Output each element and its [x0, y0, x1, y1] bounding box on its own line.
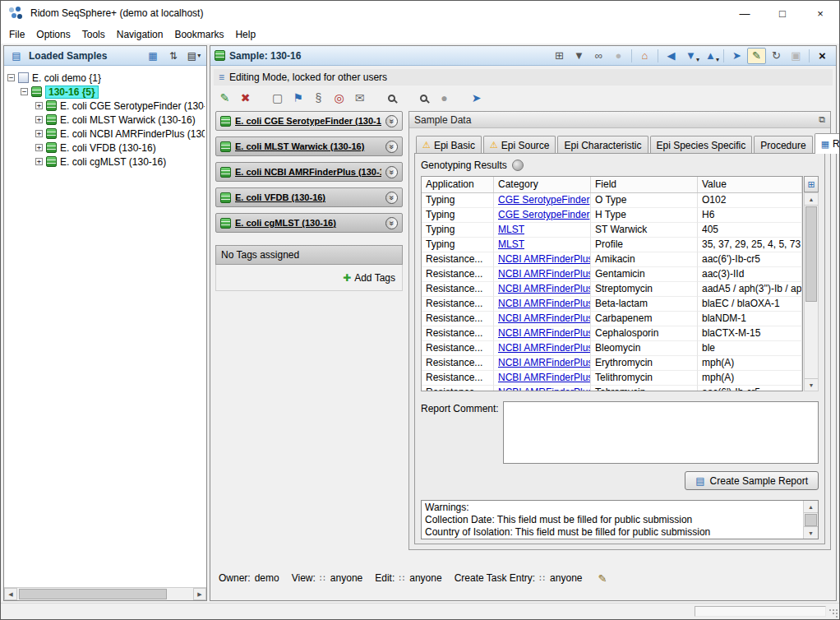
tab-procedure[interactable]: Procedure: [754, 136, 812, 154]
maximize-button[interactable]: □: [764, 1, 801, 25]
chevron-down-icon[interactable]: »: [385, 141, 398, 153]
menu-item[interactable]: Tools: [76, 27, 111, 42]
category-link[interactable]: NCBI AMRFinderPlus: [498, 312, 591, 324]
table-row[interactable]: Resistance... NCBI AMRFinderPlus Tobramy…: [422, 386, 802, 391]
close-button[interactable]: ×: [801, 1, 839, 25]
scroll-down-icon[interactable]: ▼: [805, 378, 818, 391]
create-sample-report-button[interactable]: ▤ Create Sample Report: [685, 471, 819, 490]
analysis-section-header[interactable]: E. coli cgMLST (130-16) »: [215, 213, 403, 233]
float-panel-icon[interactable]: ⧉: [819, 114, 825, 125]
save-icon[interactable]: ▣: [787, 48, 805, 64]
category-link[interactable]: NCBI AMRFinderPlus: [498, 283, 591, 294]
report-comment-input[interactable]: [503, 401, 819, 464]
close-sample-icon[interactable]: ×: [813, 48, 832, 64]
category-link[interactable]: NCBI AMRFinderPlus: [498, 357, 591, 368]
horizontal-scrollbar[interactable]: ◀ ▶: [4, 587, 206, 600]
search-icon[interactable]: [415, 90, 432, 107]
previous-sample-icon[interactable]: ▲▾: [701, 48, 720, 64]
tree-node-sample-selected[interactable]: − 130-16 {5}: [7, 85, 205, 99]
column-header-category[interactable]: Category: [494, 177, 591, 192]
add-tags-button[interactable]: ✚ Add Tags: [343, 272, 395, 284]
scroll-right-icon[interactable]: ▶: [193, 588, 206, 600]
category-link[interactable]: CGE SerotypeFinder: [498, 209, 589, 220]
tab-epi-basic[interactable]: ⚠ Epi Basic: [416, 136, 482, 154]
table-row[interactable]: Resistance... NCBI AMRFinderPlus Bleomyc…: [422, 341, 802, 356]
table-row[interactable]: Resistance... NCBI AMRFinderPlus Gentami…: [422, 267, 802, 282]
filter-icon[interactable]: ▼: [570, 48, 588, 64]
expand-icon[interactable]: +: [35, 102, 43, 109]
table-row[interactable]: Resistance... NCBI AMRFinderPlus Carbape…: [422, 312, 802, 326]
tree-node-analysis[interactable]: + E. coli NCBI AMRFinderPlus (130-16): [7, 127, 205, 141]
table-row[interactable]: Typing MLST Profile 35, 37, 29, 25, 4, 5…: [422, 238, 802, 252]
collapse-icon[interactable]: −: [21, 88, 28, 95]
table-row[interactable]: Resistance... NCBI AMRFinderPlus Telithr…: [422, 371, 802, 386]
menu-item[interactable]: Navigation: [111, 27, 169, 42]
view-menu-icon[interactable]: ▤▾: [186, 49, 202, 63]
table-row[interactable]: Typing MLST ST Warwick 405: [422, 223, 802, 238]
sort-icon[interactable]: ⇅: [165, 49, 182, 63]
category-link[interactable]: NCBI AMRFinderPlus: [498, 386, 591, 391]
target-icon[interactable]: ◎: [330, 90, 348, 107]
scroll-track[interactable]: [17, 588, 193, 600]
warnings-vertical-scrollbar[interactable]: ▲ ▼: [803, 501, 818, 539]
menu-item[interactable]: Help: [229, 27, 261, 42]
expand-icon[interactable]: +: [35, 130, 43, 137]
refresh-icon[interactable]: ↻: [767, 48, 786, 64]
scroll-track[interactable]: [805, 206, 818, 378]
table-row[interactable]: Resistance... NCBI AMRFinderPlus Erythro…: [422, 356, 802, 371]
tab-epi-source[interactable]: ⚠ Epi Source: [483, 136, 556, 154]
expand-icon[interactable]: +: [35, 116, 43, 123]
category-link[interactable]: MLST: [498, 238, 524, 250]
link-icon[interactable]: ∞: [589, 48, 608, 64]
collapse-icon[interactable]: −: [7, 74, 15, 81]
analysis-section-header[interactable]: E. coli VFDB (130-16) »: [215, 187, 403, 207]
scroll-down-icon[interactable]: ▼: [804, 526, 818, 539]
scroll-thumb[interactable]: [805, 206, 817, 302]
tab-epi-species-specific[interactable]: Epi Species Specific: [650, 136, 753, 154]
next-sample-icon[interactable]: ▼▾: [681, 48, 700, 64]
category-link[interactable]: NCBI AMRFinderPlus: [498, 342, 591, 354]
submit-icon[interactable]: ➤: [727, 48, 746, 64]
tab-results[interactable]: ▦ Results: [815, 133, 840, 154]
edit-sample-icon[interactable]: ✎: [216, 90, 233, 107]
category-link[interactable]: NCBI AMRFinderPlus: [498, 327, 591, 339]
table-row[interactable]: Resistance... NCBI AMRFinderPlus Beta-la…: [422, 297, 802, 312]
tree-node-analysis[interactable]: + E. coli CGE SerotypeFinder (130-16): [7, 99, 205, 113]
table-row[interactable]: Resistance... NCBI AMRFinderPlus Amikaci…: [422, 252, 802, 267]
tree-node-analysis[interactable]: + E. coli VFDB (130-16): [7, 141, 205, 155]
column-header-value[interactable]: Value: [698, 177, 802, 192]
selection-icon[interactable]: ▢: [269, 90, 286, 107]
home-icon[interactable]: ⌂: [635, 48, 654, 64]
column-header-application[interactable]: Application: [422, 177, 494, 192]
chevron-down-icon[interactable]: »: [385, 166, 398, 178]
category-link[interactable]: NCBI AMRFinderPlus: [498, 372, 591, 383]
load-samples-icon[interactable]: ▦: [145, 49, 161, 63]
scroll-thumb[interactable]: [19, 589, 167, 599]
category-link[interactable]: NCBI AMRFinderPlus: [498, 253, 591, 265]
expand-icon[interactable]: +: [35, 144, 43, 151]
edit-permissions-icon[interactable]: ✎: [598, 572, 607, 585]
category-link[interactable]: MLST: [498, 224, 524, 235]
submit-task-icon[interactable]: ➤: [468, 90, 485, 107]
edit-mode-toggle-icon[interactable]: ✎: [747, 48, 766, 64]
table-row[interactable]: Resistance... NCBI AMRFinderPlus Strepto…: [422, 282, 802, 297]
category-link[interactable]: NCBI AMRFinderPlus: [498, 298, 591, 309]
expand-icon[interactable]: +: [35, 158, 43, 165]
column-header-field[interactable]: Field: [591, 177, 698, 192]
attachment-icon[interactable]: §: [310, 90, 327, 107]
chevron-down-icon[interactable]: »: [385, 115, 398, 127]
tree-node-analysis[interactable]: + E. coli MLST Warwick (130-16): [7, 113, 205, 127]
category-link[interactable]: CGE SerotypeFinder: [498, 194, 589, 206]
delete-entry-icon[interactable]: ✖: [237, 90, 254, 107]
flag-icon[interactable]: ⚑: [289, 90, 307, 107]
chevron-down-icon[interactable]: »: [385, 217, 398, 229]
menu-item[interactable]: Options: [30, 27, 76, 42]
analysis-section-header[interactable]: E. coli MLST Warwick (130-16) »: [215, 136, 403, 156]
category-link[interactable]: NCBI AMRFinderPlus: [498, 268, 591, 280]
back-icon[interactable]: ◀: [662, 48, 681, 64]
customize-columns-icon[interactable]: ⊞: [804, 176, 819, 192]
tab-epi-characteristic[interactable]: Epi Characteristic: [557, 136, 648, 154]
resize-grip[interactable]: [828, 608, 838, 618]
scroll-left-icon[interactable]: ◀: [4, 588, 17, 600]
mail-icon[interactable]: ✉: [351, 90, 368, 107]
